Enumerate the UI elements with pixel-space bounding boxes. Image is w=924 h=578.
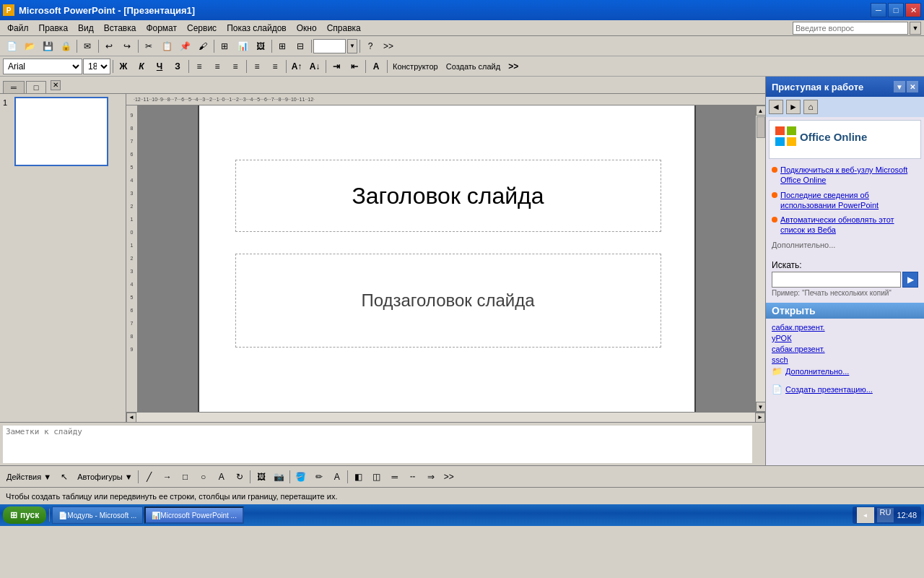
align-center-button[interactable]: ≡ xyxy=(209,59,226,74)
zoom-dropdown[interactable]: ▼ xyxy=(347,39,357,53)
help-button[interactable]: ? xyxy=(362,38,379,54)
dash-style-button[interactable]: ╌ xyxy=(404,469,422,485)
slide-title-box[interactable]: Заголовок слайда xyxy=(235,160,661,232)
tab-slides[interactable]: □ xyxy=(26,81,47,93)
font-decrease-button[interactable]: A↓ xyxy=(306,59,323,74)
search-dropdown-arrow[interactable]: ▼ xyxy=(910,22,921,35)
indent-decrease-button[interactable]: ⇤ xyxy=(346,59,363,74)
insert-table-button[interactable]: ⊞ xyxy=(216,38,233,54)
textbox-tool[interactable]: A xyxy=(213,469,230,485)
taskbar-task-2[interactable]: 📊 Microsoft PowerPoint ... xyxy=(144,506,244,524)
3d-button[interactable]: ◫ xyxy=(368,469,385,485)
vertical-scrollbar[interactable]: ▲ ▼ xyxy=(755,105,765,412)
pointer-button[interactable]: ↖ xyxy=(56,469,73,485)
link-news[interactable]: Последние сведения об использовании Powe… xyxy=(772,190,918,211)
file-link-4[interactable]: ssch xyxy=(772,355,918,364)
new-button[interactable]: 📄 xyxy=(3,38,20,54)
minimize-button[interactable]: ─ xyxy=(871,3,886,17)
draw-expand[interactable]: >> xyxy=(440,469,458,485)
slide-thumb-1[interactable]: 1 xyxy=(3,97,123,166)
oval-tool[interactable]: ○ xyxy=(195,469,212,485)
cut-button[interactable]: ✂ xyxy=(140,38,157,54)
slide-canvas[interactable]: Заголовок слайда Подзаголовок слайда xyxy=(198,105,696,412)
rect-tool[interactable]: □ xyxy=(177,469,194,485)
shadow-button[interactable]: ◧ xyxy=(350,469,367,485)
autoshapes-button[interactable]: Автофигуры ▼ xyxy=(74,469,136,485)
slide-subtitle-box[interactable]: Подзаголовок слайда xyxy=(235,254,661,348)
link-connect[interactable]: Подключиться к веб-узлу Microsoft Office… xyxy=(772,165,918,186)
copy-button[interactable]: 📋 xyxy=(158,38,175,54)
numbering-button[interactable]: ≡ xyxy=(266,59,284,74)
menu-search-input[interactable] xyxy=(793,22,908,35)
toolbar-expand-button[interactable]: >> xyxy=(505,59,522,74)
panel-close-button[interactable]: ✕ xyxy=(51,80,61,90)
menu-slideshow[interactable]: Показ слайдов xyxy=(222,22,291,35)
clip-art-button[interactable]: 🖼 xyxy=(253,469,270,485)
scroll-left-button[interactable]: ◄ xyxy=(126,413,136,423)
undo-button[interactable]: ↩ xyxy=(100,38,118,54)
menu-format[interactable]: Формат xyxy=(141,22,181,35)
file-link-3[interactable]: сабак.презент. xyxy=(772,345,918,353)
fill-color-button[interactable]: 🪣 xyxy=(292,469,310,485)
h-scroll-track[interactable] xyxy=(136,413,755,423)
language-indicator[interactable]: RU xyxy=(877,508,894,522)
insert-chart-button[interactable]: 📊 xyxy=(234,38,251,54)
scroll-thumb[interactable] xyxy=(757,116,765,138)
actions-button[interactable]: Действия ▼ xyxy=(3,469,55,485)
line-color-button[interactable]: ✏ xyxy=(310,469,328,485)
formatpaint-button[interactable]: 🖌 xyxy=(194,38,212,54)
arrow-tool[interactable]: → xyxy=(159,469,176,485)
new-presentation-link[interactable]: 📄 Создать презентацию... xyxy=(772,384,918,394)
panel-options-button[interactable]: ▼ xyxy=(894,81,905,92)
fontcolor-button[interactable]: A xyxy=(367,59,385,74)
tray-arrow-left[interactable]: ◄ xyxy=(857,507,874,523)
panel-search-button[interactable]: ▶ xyxy=(902,272,918,288)
align-right-button[interactable]: ≡ xyxy=(227,59,244,74)
arrow-style-button[interactable]: ⇒ xyxy=(422,469,440,485)
link-more[interactable]: Дополнительно... xyxy=(772,240,918,250)
indent-increase-button[interactable]: ⇥ xyxy=(328,59,345,74)
menu-edit[interactable]: Правка xyxy=(35,22,73,35)
file-link-2[interactable]: уРОК xyxy=(772,334,918,342)
strikethrough-button[interactable]: З xyxy=(169,59,186,74)
taskbar-task-1[interactable]: 📄 Модуль - Microsoft ... xyxy=(52,506,143,524)
email-button[interactable]: ✉ xyxy=(79,38,96,54)
redo-button[interactable]: ↪ xyxy=(118,38,136,54)
save-button[interactable]: 💾 xyxy=(39,38,56,54)
expand-button[interactable]: >> xyxy=(380,38,397,54)
italic-button[interactable]: К xyxy=(133,59,150,74)
close-button[interactable]: ✕ xyxy=(905,3,921,17)
permission-button[interactable]: 🔒 xyxy=(57,38,74,54)
menu-insert[interactable]: Вставка xyxy=(100,22,141,35)
notes-input[interactable] xyxy=(3,426,752,463)
new-slide-button[interactable]: Создать слайд xyxy=(443,59,504,74)
insert-clip-button[interactable]: 🖼 xyxy=(252,38,269,54)
scroll-up-button[interactable]: ▲ xyxy=(756,105,766,116)
line-tool[interactable]: ╱ xyxy=(141,469,158,485)
maximize-button[interactable]: □ xyxy=(888,3,904,17)
link-update[interactable]: Автоматически обновлять этот список из В… xyxy=(772,215,918,236)
bullets-button[interactable]: ≡ xyxy=(248,59,266,74)
panel-forward-button[interactable]: ► xyxy=(786,100,801,114)
font-increase-button[interactable]: A↑ xyxy=(288,59,305,74)
horizontal-scrollbar[interactable]: ◄ ► xyxy=(126,412,765,422)
align-left-button[interactable]: ≡ xyxy=(191,59,208,74)
font-family-select[interactable]: Arial xyxy=(3,59,82,74)
menu-file[interactable]: Файл xyxy=(3,22,33,35)
bold-button[interactable]: Ж xyxy=(115,59,132,74)
zoom-prev-button[interactable]: ⊞ xyxy=(274,38,291,54)
file-link-1[interactable]: сабак.презент. xyxy=(772,323,918,332)
start-button[interactable]: ⊞ пуск xyxy=(3,506,46,524)
file-link-more[interactable]: 📁 Дополнительно... xyxy=(772,366,918,376)
tab-outline[interactable]: ═ xyxy=(3,81,25,93)
panel-back-button[interactable]: ◄ xyxy=(769,100,783,114)
panel-home-button[interactable]: ⌂ xyxy=(803,100,818,114)
underline-button[interactable]: Ч xyxy=(151,59,168,74)
font-color-button[interactable]: A xyxy=(328,469,346,485)
menu-service[interactable]: Сервис xyxy=(183,22,221,35)
panel-close-btn[interactable]: ✕ xyxy=(907,81,918,92)
menu-help[interactable]: Справка xyxy=(323,22,365,35)
font-size-select[interactable]: 18 xyxy=(83,59,110,74)
menu-window[interactable]: Окно xyxy=(292,22,321,35)
line-style-button[interactable]: ═ xyxy=(386,469,404,485)
